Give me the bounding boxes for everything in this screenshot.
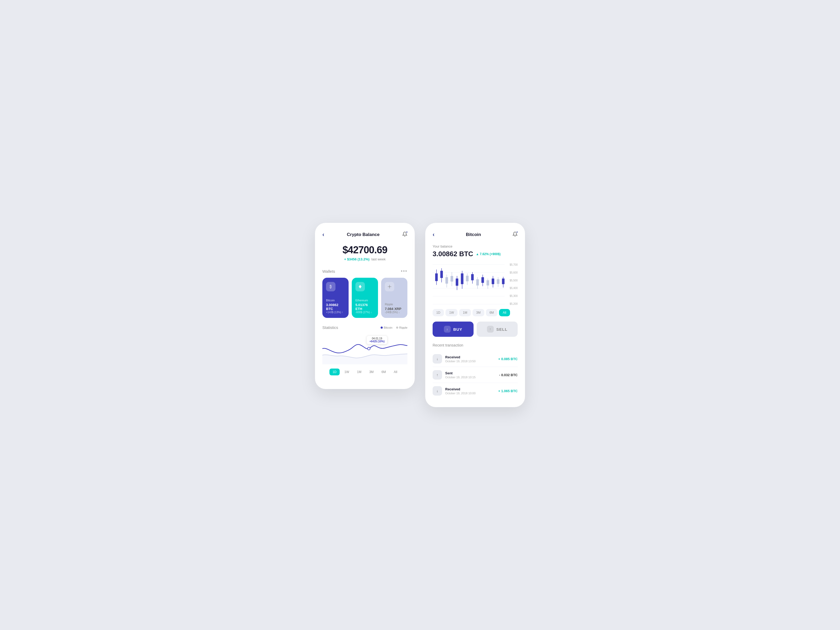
legend-bitcoin: Bitcoin — [381, 326, 392, 329]
tx-sent-icon-2: ↑ — [433, 370, 442, 380]
tx-date-2: October 19, 2018 10:15 — [445, 376, 496, 379]
buy-icon: ↓ — [444, 326, 451, 333]
price-labels: $5,700 $5,600 $5,500 $5,400 $5,300 $5,20… — [510, 263, 518, 305]
action-row: ↓ BUY ↑ SELL — [433, 322, 518, 337]
buy-label: BUY — [453, 327, 463, 332]
chart-tooltip: 04.01.19 +642$ (10%) — [366, 335, 387, 344]
svg-rect-41 — [502, 278, 505, 284]
tooltip-value: +642$ (10%) — [369, 340, 385, 343]
screen2-filter-6m[interactable]: 6M — [486, 309, 498, 316]
statistics-header: Statistics Bitcoin Ripple — [322, 325, 407, 330]
price-label-5300: $5,300 — [510, 295, 518, 297]
svg-point-7 — [368, 347, 370, 350]
screen2-header: ‹ Bitcoin — [433, 231, 518, 238]
ripple-wallet-card[interactable]: Ripple 7.084 XRP -240$ (5%) ↓ — [381, 278, 407, 318]
tx-amount-3: + 1.065 BTC — [498, 389, 518, 393]
wallets-section-header: Wallets ••• — [322, 268, 407, 274]
svg-rect-39 — [497, 279, 499, 284]
filter-6m[interactable]: 6M — [378, 369, 389, 375]
ripple-icon — [385, 282, 394, 291]
tooltip-date: 04.01.19 — [369, 337, 385, 340]
screen2-filter-all[interactable]: All — [499, 309, 510, 316]
screen2-bell-icon[interactable] — [512, 232, 518, 238]
price-label-5700: $5,700 — [510, 263, 518, 266]
svg-rect-31 — [476, 279, 479, 285]
transaction-item-1: ↓ Received October 19, 2018 13:50 + 0.08… — [433, 351, 518, 367]
filter-3m[interactable]: 3M — [366, 369, 377, 375]
tx-received-icon-3: ↓ — [433, 386, 442, 396]
bitcoin-wallet-card[interactable]: ₿ Bitcoin 3.00862 BTC +143$ (13%) ↑ — [322, 278, 349, 318]
your-balance-label: Your balance — [433, 245, 518, 248]
screen2-filter-3m[interactable]: 3M — [472, 309, 484, 316]
candle-chart-area — [433, 263, 505, 305]
legend-ripple: Ripple — [396, 326, 407, 329]
tx-amount-2: - 0.032 BTC — [499, 373, 518, 377]
ethereum-amount: 5.01376 ETH — [355, 303, 374, 311]
price-label-5200: $5,200 — [510, 302, 518, 305]
ethereum-wallet-card[interactable]: Ethereum 5.01376 ETH -600$ (27%) ↓ — [352, 278, 378, 318]
svg-rect-33 — [482, 277, 484, 283]
wallets-row: ₿ Bitcoin 3.00862 BTC +143$ (13%) ↑ Ethe… — [322, 278, 407, 318]
main-balance-amount: $42700.69 — [322, 245, 407, 256]
price-label-5400: $5,400 — [510, 287, 518, 289]
balance-change-highlight: + $3456 (13.2%) — [344, 257, 369, 261]
tx-info-1: Received October 19, 2018 13:50 — [445, 355, 495, 363]
svg-rect-37 — [492, 278, 494, 284]
tx-info-3: Received October 19, 2018 10:00 — [445, 387, 495, 395]
filter-1w[interactable]: 1W — [341, 369, 352, 375]
line-chart-svg — [322, 333, 407, 364]
svg-rect-23 — [456, 278, 458, 286]
legend-dot-bitcoin — [381, 327, 383, 328]
bitcoin-amount: 3.00862 BTC — [326, 303, 345, 311]
candlestick-chart: $5,700 $5,600 $5,500 $5,400 $5,300 $5,20… — [433, 263, 518, 305]
candlestick-svg — [433, 263, 505, 305]
btc-balance-amount: 3.00862 BTC — [433, 250, 473, 258]
sell-button[interactable]: ↑ SELL — [477, 322, 518, 337]
screen2-filter-1m[interactable]: 1M — [459, 309, 471, 316]
ethereum-icon — [355, 282, 365, 291]
svg-rect-21 — [451, 276, 453, 282]
screen1-card: ‹ Crypto Balance $42700.69 + $3456 (13.2… — [315, 223, 415, 389]
tx-type-1: Received — [445, 355, 495, 359]
screen2-filter-1d[interactable]: 1D — [433, 309, 444, 316]
ripple-name: Ripple — [385, 303, 404, 306]
back-button[interactable]: ‹ — [322, 231, 324, 238]
bitcoin-name: Bitcoin — [326, 299, 345, 302]
bitcoin-change: +143$ (13%) ↑ — [326, 311, 345, 314]
wallets-menu-button[interactable]: ••• — [401, 268, 407, 274]
screen2-title: Bitcoin — [466, 232, 481, 237]
ripple-change: -240$ (5%) ↓ — [385, 311, 404, 314]
balance-change-text: + $3456 (13.2%) last week — [322, 257, 407, 261]
screen1-title: Crypto Balance — [347, 232, 380, 237]
screen2-back-button[interactable]: ‹ — [433, 231, 434, 238]
buy-button[interactable]: ↓ BUY — [433, 322, 474, 337]
svg-rect-35 — [487, 280, 489, 286]
screen2-time-filters: 1D 1W 1M 3M 6M All — [433, 309, 518, 316]
tx-date-3: October 19, 2018 10:00 — [445, 392, 495, 395]
tx-type-2: Sent — [445, 371, 496, 375]
transaction-item-3: ↓ Received October 19, 2018 10:00 + 1.06… — [433, 383, 518, 399]
filter-1d[interactable]: 1D — [330, 369, 339, 375]
svg-rect-25 — [461, 273, 464, 284]
price-label-5600: $5,600 — [510, 271, 518, 274]
ripple-amount: 7.084 XRP — [385, 307, 404, 311]
screen2-filter-1w[interactable]: 1W — [445, 309, 458, 316]
screen1-header: ‹ Crypto Balance — [322, 231, 407, 238]
main-balance-section: $42700.69 + $3456 (13.2%) last week — [322, 245, 407, 261]
btc-balance-row: 3.00862 BTC ▲ 7.62% (+900$) — [433, 250, 518, 258]
screens-container: ‹ Crypto Balance $42700.69 + $3456 (13.2… — [315, 223, 525, 407]
svg-rect-17 — [440, 271, 443, 278]
tx-amount-1: + 0.085 BTC — [498, 357, 518, 361]
btc-balance-change: ▲ 7.62% (+900$) — [476, 252, 501, 256]
sell-label: SELL — [496, 327, 507, 332]
ethereum-change: -600$ (27%) ↓ — [355, 311, 374, 314]
ethereum-name: Ethereum — [355, 299, 374, 302]
svg-rect-27 — [466, 276, 469, 281]
bell-icon[interactable] — [402, 232, 407, 238]
screen2-card: ‹ Bitcoin Your balance 3.00862 BTC ▲ 7.6… — [425, 223, 525, 407]
filter-1m[interactable]: 1M — [354, 369, 365, 375]
tx-received-icon-1: ↓ — [433, 354, 442, 363]
transaction-item-2: ↑ Sent October 19, 2018 10:15 - 0.032 BT… — [433, 367, 518, 383]
notification-dot — [406, 231, 408, 233]
filter-all[interactable]: All — [391, 369, 400, 375]
